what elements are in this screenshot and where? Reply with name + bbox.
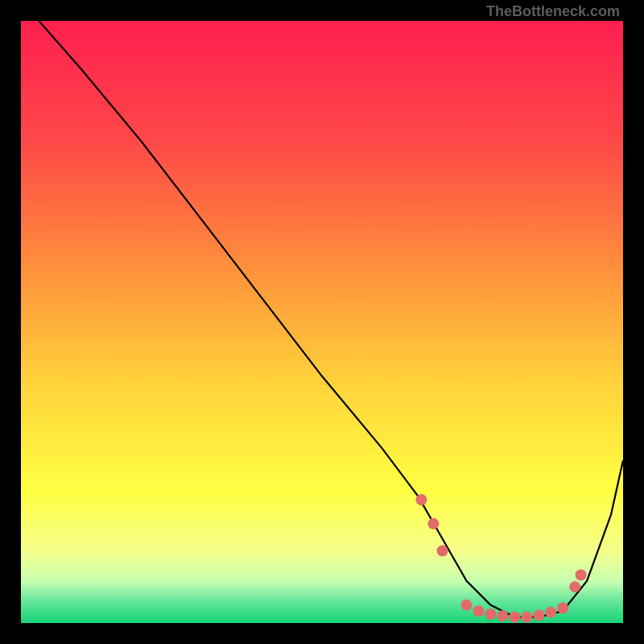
marker-point bbox=[427, 518, 439, 530]
marker-point bbox=[509, 612, 520, 623]
marker-point bbox=[521, 612, 532, 623]
chart-svg bbox=[21, 21, 623, 623]
marker-point bbox=[497, 610, 508, 621]
marker-point bbox=[485, 609, 496, 620]
marker-point bbox=[557, 602, 568, 613]
marker-point bbox=[461, 600, 473, 611]
marker-point bbox=[545, 607, 556, 618]
marker-point bbox=[473, 605, 485, 617]
chart-frame bbox=[21, 21, 623, 623]
marker-point bbox=[437, 545, 448, 556]
marker-point bbox=[533, 609, 544, 621]
marker-point bbox=[569, 581, 580, 592]
marker-point bbox=[415, 494, 427, 506]
marker-point bbox=[576, 569, 587, 580]
gradient-background bbox=[21, 21, 623, 623]
watermark-text: TheBottleneck.com bbox=[486, 3, 620, 20]
